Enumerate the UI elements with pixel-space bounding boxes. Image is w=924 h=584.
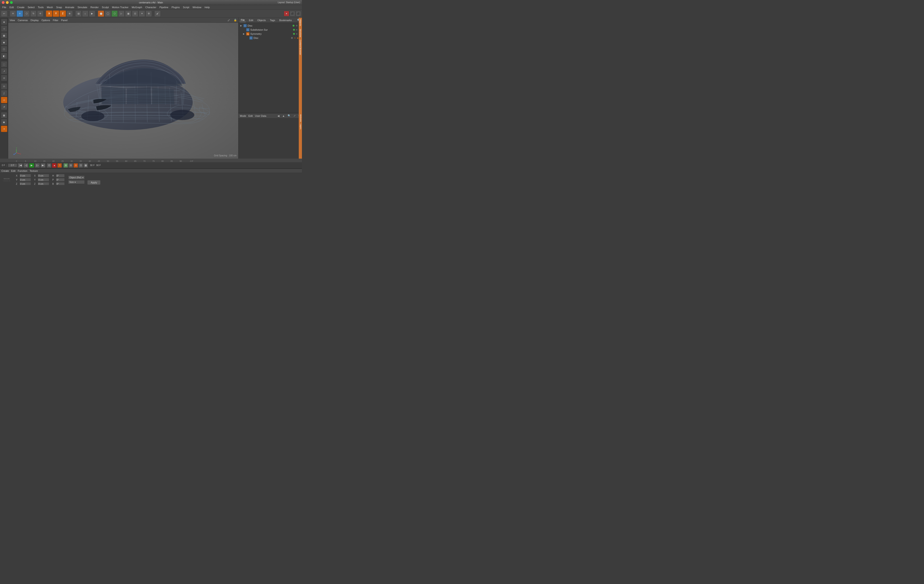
tool-circle[interactable]: ◯ bbox=[105, 10, 111, 17]
tool-move[interactable]: ✛ bbox=[16, 10, 23, 17]
tree-item-subdivision[interactable]: ▶ Su Subdivision Sur ✕ ⋯ bbox=[239, 28, 301, 32]
left-tool-6[interactable]: ◧ bbox=[1, 53, 7, 59]
coord-ry-input[interactable] bbox=[38, 178, 49, 181]
tab-tags[interactable]: Tags bbox=[269, 18, 276, 22]
tab-objects[interactable]: Objects bbox=[256, 18, 267, 22]
coord-rz-input[interactable] bbox=[38, 182, 49, 185]
apply-button[interactable]: Apply bbox=[87, 180, 101, 185]
tool-keys[interactable]: ⌂ bbox=[82, 10, 88, 17]
tool-cursor[interactable]: ✛ bbox=[10, 10, 16, 17]
tool-settings[interactable]: ⚙ bbox=[145, 10, 152, 17]
left-tool-16[interactable]: ✦ bbox=[1, 126, 7, 132]
menu-tools[interactable]: Tools bbox=[36, 5, 45, 9]
attr-tab-edit[interactable]: Edit bbox=[249, 115, 253, 117]
coord-h-input[interactable] bbox=[56, 174, 64, 177]
axis-z[interactable]: Z bbox=[59, 10, 66, 17]
left-tool-2[interactable]: ⊹ bbox=[1, 25, 7, 32]
tl-btn-1[interactable]: ⊞ bbox=[63, 163, 68, 168]
vp-menu-panel[interactable]: Panel bbox=[61, 19, 68, 21]
menu-window[interactable]: Window bbox=[191, 5, 203, 9]
tab-file[interactable]: File bbox=[240, 18, 246, 22]
tool-arrow[interactable]: ▷ bbox=[118, 10, 125, 17]
left-tool-9[interactable]: ⊙ bbox=[1, 75, 7, 81]
tool-light[interactable]: ☀ bbox=[139, 10, 145, 17]
tree-item-disc-child[interactable]: ▶ D Disc ● ◆ ● bbox=[239, 36, 301, 40]
left-tool-1[interactable]: ◈ bbox=[1, 19, 7, 25]
tl-btn-4[interactable]: ⊡ bbox=[78, 163, 83, 168]
menu-sculpt[interactable]: Sculpt bbox=[101, 5, 110, 9]
vp-lock-icon[interactable]: 🔒 bbox=[234, 19, 237, 21]
menu-simulate[interactable]: Simulate bbox=[76, 5, 89, 9]
side-tab-objects[interactable]: Objects bbox=[299, 18, 302, 28]
visibility-dot-green[interactable] bbox=[293, 25, 294, 26]
menu-create[interactable]: Create bbox=[16, 5, 26, 9]
vp-menu-view[interactable]: View bbox=[10, 19, 15, 21]
bottom-menu-create[interactable]: Create bbox=[2, 169, 9, 172]
visibility-dot-green-2[interactable] bbox=[293, 29, 295, 31]
vp-expand-icon[interactable]: ⤢ bbox=[228, 18, 230, 22]
coord-z-input[interactable] bbox=[20, 182, 31, 185]
tool-paint[interactable]: 🖌 bbox=[154, 10, 161, 17]
tl-play-btn[interactable]: ▶ bbox=[29, 163, 34, 168]
attr-tab-userdata[interactable]: User Data bbox=[255, 115, 266, 117]
axis-y[interactable]: Y bbox=[53, 10, 59, 17]
menu-file[interactable]: File bbox=[1, 5, 8, 9]
tl-scheme-btn[interactable]: ? bbox=[57, 163, 62, 168]
tool-cam3[interactable]: ⬛ bbox=[295, 11, 301, 16]
menu-pipeline[interactable]: Pipeline bbox=[158, 5, 170, 9]
tool-red1[interactable]: ● bbox=[284, 11, 289, 16]
menu-select[interactable]: Select bbox=[26, 5, 36, 9]
left-tool-4[interactable]: ◉ bbox=[1, 39, 7, 46]
side-tab-structure[interactable]: Structure bbox=[299, 28, 302, 39]
left-tool-15[interactable]: ◉ bbox=[1, 119, 7, 125]
close-button[interactable] bbox=[2, 1, 5, 4]
menu-edit[interactable]: Edit bbox=[8, 5, 15, 9]
undo-button[interactable]: ↩ bbox=[1, 10, 7, 17]
axis-x[interactable]: X bbox=[46, 10, 52, 17]
menu-snap[interactable]: Snap bbox=[55, 5, 63, 9]
tab-bookmarks[interactable]: Bookmarks bbox=[278, 18, 293, 22]
menu-mograph[interactable]: MoGraph bbox=[130, 5, 144, 9]
tool-scale[interactable]: ⬡ bbox=[23, 10, 30, 17]
coord-x-input[interactable] bbox=[20, 174, 31, 177]
tool-plus[interactable]: ✛ bbox=[37, 10, 43, 17]
tool-anim[interactable]: ▶ bbox=[89, 10, 95, 17]
left-tool-11[interactable]: ∫ bbox=[1, 90, 7, 96]
left-tool-7[interactable]: ⬚ bbox=[1, 61, 7, 67]
tab-edit[interactable]: Edit bbox=[248, 18, 254, 22]
attr-tab-layers[interactable]: Layers bbox=[299, 123, 302, 130]
attr-tab-attributes[interactable]: Attributes bbox=[299, 114, 302, 123]
menu-animate[interactable]: Animate bbox=[64, 5, 76, 9]
menu-motiontracker[interactable]: Motion Tracker bbox=[111, 5, 130, 9]
coord-p-input[interactable] bbox=[56, 178, 64, 181]
tl-btn-5[interactable]: ▦ bbox=[83, 163, 88, 168]
attr-tab-mode[interactable]: Mode bbox=[240, 115, 246, 117]
left-tool-5[interactable]: ⬡ bbox=[1, 46, 7, 52]
vp-menu-display[interactable]: Display bbox=[30, 19, 39, 21]
menu-help[interactable]: Help bbox=[203, 5, 211, 9]
left-tool-8[interactable]: ↗ bbox=[1, 68, 7, 74]
left-tool-10[interactable]: ⊓ bbox=[1, 83, 7, 89]
tool-rotate[interactable]: ↻ bbox=[30, 10, 36, 17]
bottom-menu-edit[interactable]: Edit bbox=[11, 169, 15, 172]
axis-world[interactable]: ⊕ bbox=[66, 10, 73, 17]
tool-hex[interactable]: ⬡ bbox=[111, 10, 118, 17]
coord-y-input[interactable] bbox=[20, 178, 31, 181]
menu-render[interactable]: Render bbox=[89, 5, 100, 9]
size-mode-dropdown[interactable]: Size ▾ bbox=[68, 180, 84, 184]
attr-expand-icon[interactable]: ⤢ bbox=[294, 114, 295, 117]
tool-frame[interactable]: ▤ bbox=[75, 10, 82, 17]
visibility-dot-green-3[interactable] bbox=[293, 33, 295, 35]
vp-menu-filter[interactable]: Filter bbox=[53, 19, 58, 21]
attr-up-icon[interactable]: ▲ bbox=[282, 114, 285, 117]
attr-back-icon[interactable]: ◀ bbox=[277, 114, 279, 117]
tl-autokey-btn[interactable]: ● bbox=[52, 163, 57, 168]
maximize-button[interactable] bbox=[10, 1, 13, 4]
bottom-menu-texture[interactable]: Texture bbox=[30, 169, 38, 172]
tl-btn-3[interactable]: ⊙ bbox=[73, 163, 78, 168]
tl-next-key-btn[interactable]: |▷ bbox=[35, 163, 40, 168]
coord-rx-input[interactable] bbox=[38, 174, 49, 177]
menu-mesh[interactable]: Mesh bbox=[46, 5, 54, 9]
tl-forward-btn[interactable]: ▶| bbox=[40, 163, 46, 168]
tool-camera[interactable]: ⊡ bbox=[132, 10, 138, 17]
